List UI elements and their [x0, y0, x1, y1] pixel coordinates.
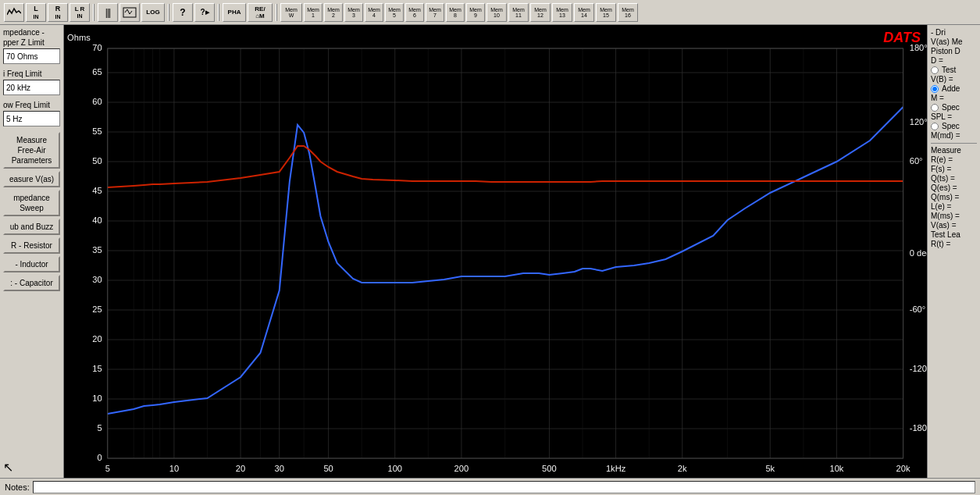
svg-text:5: 5 [105, 464, 110, 473]
l-btn[interactable]: LIN [26, 3, 46, 22]
svg-text:5k: 5k [765, 464, 775, 473]
right-vas: V(as) = [931, 221, 977, 230]
svg-text:20: 20 [236, 464, 245, 473]
spec-spl-radio[interactable] [931, 104, 939, 112]
scope-btn[interactable] [119, 3, 140, 22]
right-panel: - Dri V(as) Me Piston D D = Test V(B) = … [927, 25, 980, 478]
hi-freq-label: i Freq Limit [3, 69, 60, 79]
mem11-btn[interactable]: Mem11 [508, 3, 529, 22]
svg-text:50: 50 [323, 464, 333, 473]
right-m-text: M = [931, 94, 944, 102]
right-qts-text: Q(ts) = [931, 174, 955, 183]
mem-w-btn[interactable]: MemW [280, 3, 302, 22]
mem10-btn[interactable]: Mem10 [486, 3, 507, 22]
mem12-btn[interactable]: Mem12 [530, 3, 551, 22]
mem5-btn[interactable]: Mem5 [385, 3, 404, 22]
svg-text:30: 30 [275, 464, 284, 473]
upper-z-label: pper Z Limit [3, 38, 60, 48]
spec2-radio[interactable] [931, 123, 939, 130]
svg-rect-4 [64, 25, 927, 478]
right-qes: Q(es) = [931, 183, 977, 192]
left-panel: mpedance - pper Z Limit i Freq Limit ow … [0, 25, 64, 478]
svg-text:20: 20 [92, 334, 102, 344]
svg-text:50: 50 [92, 156, 102, 166]
svg-text:120°: 120° [910, 117, 927, 126]
bottom-bar: Notes: [0, 478, 980, 495]
bar-graph-btn[interactable]: ||| [98, 3, 118, 22]
hi-freq-section: i Freq Limit [3, 69, 60, 95]
toolbar: LIN RIN L RIN ||| LOG ? ?▸ [0, 0, 980, 25]
mem13-btn[interactable]: Mem13 [552, 3, 572, 22]
pha-btn[interactable]: PHA [223, 3, 246, 22]
mem9-btn[interactable]: Mem9 [466, 3, 485, 22]
right-vb: V(B) = [931, 75, 977, 84]
svg-text:15: 15 [92, 364, 102, 373]
resistor-btn[interactable]: R - Resistor [3, 237, 60, 254]
mem14-btn[interactable]: Mem14 [574, 3, 594, 22]
low-freq-input[interactable] [3, 111, 60, 126]
sep4 [276, 4, 277, 21]
right-qms-text: Q(ms) = [931, 193, 959, 201]
re-btn[interactable]: RE/⌂M [248, 3, 273, 22]
capacitor-btn[interactable]: : - Capacitor [3, 275, 60, 291]
help-btn[interactable]: ? [173, 3, 193, 22]
mem8-btn[interactable]: Mem8 [446, 3, 465, 22]
mem3-btn[interactable]: Mem3 [344, 3, 363, 22]
mem16-btn[interactable]: Mem16 [618, 3, 638, 22]
inductor-btn[interactable]: - Inductor [3, 256, 60, 272]
impedance-sweep-btn[interactable]: mpedance Sweep [3, 190, 60, 216]
mem2-btn[interactable]: Mem2 [324, 3, 343, 22]
svg-text:10: 10 [169, 464, 179, 473]
test-label: Test [942, 66, 956, 74]
svg-text:30: 30 [92, 275, 102, 284]
right-mmd-text: M(md) = [931, 131, 960, 140]
graph-btn[interactable] [4, 3, 24, 22]
toolbar-group-main: LIN RIN L RIN ||| LOG ? ?▸ [3, 3, 639, 22]
r-btn[interactable]: RIN [48, 3, 68, 22]
right-vas-me-text: V(as) Me [931, 37, 963, 46]
spec-spl-label: Spec [942, 103, 960, 112]
right-measure: Measure [931, 146, 977, 155]
adde-label: Adde [942, 84, 960, 93]
right-header: - Dri [931, 28, 977, 37]
adde-radio[interactable] [931, 85, 939, 93]
mem4-btn[interactable]: Mem4 [365, 3, 383, 22]
svg-text:5: 5 [97, 423, 102, 433]
svg-text:65: 65 [92, 67, 102, 77]
dats-logo: DATS [883, 30, 921, 46]
info-btn[interactable]: ?▸ [194, 3, 215, 22]
hi-freq-input[interactable] [3, 80, 60, 95]
rub-buzz-btn[interactable]: ub and Buzz [3, 219, 60, 235]
mem1-btn[interactable]: Mem1 [304, 3, 323, 22]
mem6-btn[interactable]: Mem6 [405, 3, 424, 22]
measure-free-air-btn[interactable]: Measure Free-Air Parameters [3, 132, 60, 169]
lr-btn[interactable]: L RIN [69, 3, 90, 22]
right-qts: Q(ts) = [931, 174, 977, 183]
upper-z-input[interactable] [3, 48, 60, 64]
svg-text:-120°: -120° [910, 364, 927, 373]
right-spec-spl-radio-row: Spec [931, 103, 977, 112]
svg-text:55: 55 [92, 126, 102, 136]
right-test-lead-text: Test Lea [931, 230, 960, 239]
main-content: mpedance - pper Z Limit i Freq Limit ow … [0, 25, 980, 478]
mem15-btn[interactable]: Mem15 [596, 3, 616, 22]
log-btn[interactable]: LOG [141, 3, 165, 22]
svg-text:60°: 60° [910, 156, 923, 166]
right-mmd: M(md) = [931, 131, 977, 140]
right-mms-text: M(ms) = [931, 212, 960, 220]
svg-text:0 deg: 0 deg [910, 248, 927, 258]
svg-text:25: 25 [92, 304, 102, 314]
right-spec2-radio-row: Spec [931, 122, 977, 130]
sep3 [218, 4, 219, 21]
low-freq-label: ow Freq Limit [3, 101, 60, 110]
svg-text:-180°: -180° [910, 423, 927, 433]
right-test-radio-row: Test [931, 66, 977, 74]
notes-input[interactable] [33, 481, 975, 493]
measure-vas-btn[interactable]: easure V(as) [3, 171, 60, 187]
mem7-btn[interactable]: Mem7 [426, 3, 444, 22]
right-vas-text: V(as) = [931, 221, 957, 230]
test-radio[interactable] [931, 66, 939, 74]
cursor-indicator: ↖ [3, 454, 60, 475]
svg-text:1kHz: 1kHz [606, 464, 626, 473]
impedance-label: mpedance - [3, 28, 60, 37]
